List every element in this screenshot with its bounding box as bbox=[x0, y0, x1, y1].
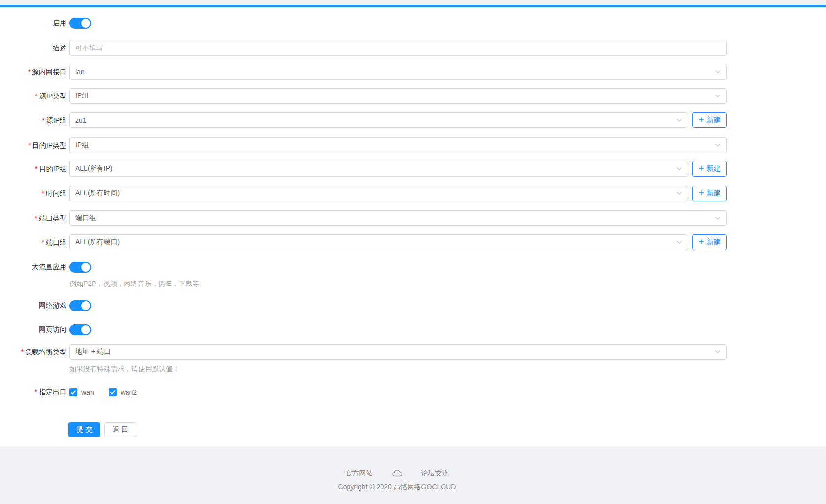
port-group-label: *端口组 bbox=[0, 234, 69, 250]
wan-checkbox[interactable]: wan bbox=[69, 386, 94, 398]
port-group-select[interactable]: ALL(所有端口) bbox=[69, 234, 688, 250]
lb-type-group: *负载均衡类型 地址 + 端口 如果没有特殊需求，请使用默认值！ bbox=[0, 344, 826, 374]
enable-label: 启用 bbox=[0, 17, 69, 29]
dst-ip-type-row: *目的IP类型 IP组 bbox=[0, 137, 826, 153]
web-access-toggle[interactable] bbox=[69, 324, 91, 335]
required-marker: * bbox=[42, 189, 44, 197]
src-ip-type-label: *源IP类型 bbox=[0, 88, 69, 104]
src-ip-type-select[interactable]: IP组 bbox=[69, 88, 727, 104]
forum-link[interactable]: 论坛交流 bbox=[421, 469, 449, 478]
submit-button[interactable]: 提 交 bbox=[68, 422, 100, 437]
chevron-down-icon bbox=[676, 167, 682, 171]
network-game-toggle[interactable] bbox=[69, 300, 91, 311]
select-value: ALL(所有IP) bbox=[75, 164, 112, 173]
select-value: ALL(所有时间) bbox=[75, 189, 120, 198]
network-game-row: 网络游戏 bbox=[0, 300, 826, 311]
lb-type-hint: 如果没有特殊需求，请使用默认值！ bbox=[69, 365, 826, 374]
heavy-traffic-group: 大流量应用 例如P2P，视频，网络音乐，伪IE，下载等 bbox=[0, 261, 826, 288]
time-group-new-button[interactable]: 新建 bbox=[692, 186, 727, 201]
time-group-label: *时间组 bbox=[0, 186, 69, 201]
port-group-new-button[interactable]: 新建 bbox=[692, 234, 727, 250]
chevron-down-icon bbox=[676, 118, 682, 122]
checkbox-checked-icon bbox=[109, 388, 117, 396]
enable-toggle[interactable] bbox=[69, 18, 91, 29]
src-interface-label: *源内网接口 bbox=[0, 64, 69, 80]
plus-icon bbox=[699, 116, 704, 124]
description-row: 描述 bbox=[0, 40, 826, 56]
copyright: Copyright © 2020 高恪网络GOCLOUD bbox=[0, 483, 794, 492]
lb-type-row: *负载均衡类型 地址 + 端口 bbox=[0, 344, 826, 360]
select-value: IP组 bbox=[75, 141, 89, 150]
src-ip-type-row: *源IP类型 IP组 bbox=[0, 88, 826, 104]
web-access-label: 网页访问 bbox=[0, 324, 69, 335]
chevron-down-icon bbox=[676, 240, 682, 244]
top-strip bbox=[0, 0, 826, 5]
src-ip-group-row: *源IP组 zu1 新建 bbox=[0, 112, 826, 128]
toggle-knob bbox=[81, 325, 90, 334]
toggle-knob bbox=[81, 263, 90, 272]
back-button[interactable]: 返 回 bbox=[104, 422, 136, 437]
required-marker: * bbox=[35, 92, 37, 100]
select-value: lan bbox=[75, 68, 85, 76]
src-ip-group-select[interactable]: zu1 bbox=[69, 112, 688, 128]
port-type-select[interactable]: 端口组 bbox=[69, 210, 727, 226]
port-group-row: *端口组 ALL(所有端口) 新建 bbox=[0, 234, 826, 250]
chevron-down-icon bbox=[715, 350, 721, 354]
select-value: ALL(所有端口) bbox=[75, 238, 120, 247]
dst-ip-group-label: *目的IP组 bbox=[0, 161, 69, 177]
out-interface-label: *指定出口 bbox=[0, 386, 69, 398]
select-value: IP组 bbox=[75, 92, 89, 100]
checkbox-checked-icon bbox=[69, 388, 77, 396]
src-interface-row: *源内网接口 lan bbox=[0, 64, 826, 80]
required-marker: * bbox=[21, 348, 24, 356]
chevron-down-icon bbox=[676, 191, 682, 195]
official-website-link[interactable]: 官方网站 bbox=[346, 469, 373, 478]
required-marker: * bbox=[35, 214, 37, 222]
dst-ip-group-new-button[interactable]: 新建 bbox=[692, 161, 727, 177]
dst-ip-group-select[interactable]: ALL(所有IP) bbox=[69, 161, 688, 177]
select-value: zu1 bbox=[75, 116, 87, 124]
checkbox-label: wan bbox=[81, 388, 94, 396]
dst-ip-type-select[interactable]: IP组 bbox=[69, 137, 727, 153]
cloud-icon[interactable] bbox=[392, 470, 403, 477]
heavy-traffic-label: 大流量应用 bbox=[0, 261, 69, 273]
toggle-knob bbox=[81, 19, 90, 28]
src-ip-group-label: *源IP组 bbox=[0, 112, 69, 128]
chevron-down-icon bbox=[715, 216, 721, 220]
description-input[interactable] bbox=[69, 40, 727, 56]
footer-links: 官方网站 论坛交流 bbox=[346, 469, 449, 478]
chevron-down-icon bbox=[715, 94, 721, 98]
src-interface-select[interactable]: lan bbox=[69, 64, 727, 80]
dst-ip-type-label: *目的IP类型 bbox=[0, 137, 69, 153]
required-marker: * bbox=[28, 68, 31, 76]
checkbox-label: wan2 bbox=[121, 388, 137, 396]
description-label: 描述 bbox=[0, 40, 69, 56]
enable-row: 启用 bbox=[0, 17, 826, 29]
select-value: 地址 + 端口 bbox=[75, 347, 111, 356]
port-type-label: *端口类型 bbox=[0, 210, 69, 226]
required-marker: * bbox=[35, 388, 37, 396]
port-type-row: *端口类型 端口组 bbox=[0, 210, 826, 226]
required-marker: * bbox=[42, 116, 44, 124]
heavy-traffic-hint: 例如P2P，视频，网络音乐，伪IE，下载等 bbox=[69, 280, 826, 288]
dst-ip-group-row: *目的IP组 ALL(所有IP) 新建 bbox=[0, 161, 826, 177]
footer: 官方网站 论坛交流 Copyright © 2020 高恪网络GOCLOUD bbox=[0, 446, 826, 504]
lb-type-select[interactable]: 地址 + 端口 bbox=[69, 344, 727, 360]
time-group-row: *时间组 ALL(所有时间) 新建 bbox=[0, 186, 826, 201]
wan2-checkbox[interactable]: wan2 bbox=[109, 386, 137, 398]
chevron-down-icon bbox=[715, 143, 721, 147]
required-marker: * bbox=[42, 238, 44, 246]
web-access-row: 网页访问 bbox=[0, 324, 826, 335]
heavy-traffic-toggle[interactable] bbox=[69, 262, 91, 273]
plus-icon bbox=[699, 165, 704, 173]
plus-icon bbox=[699, 238, 704, 246]
select-value: 端口组 bbox=[75, 214, 96, 222]
required-marker: * bbox=[28, 141, 31, 149]
time-group-select[interactable]: ALL(所有时间) bbox=[69, 186, 688, 201]
toggle-knob bbox=[81, 301, 90, 310]
src-ip-group-new-button[interactable]: 新建 bbox=[692, 112, 727, 128]
heavy-traffic-row: 大流量应用 bbox=[0, 261, 826, 273]
network-game-label: 网络游戏 bbox=[0, 300, 69, 311]
plus-icon bbox=[699, 189, 704, 197]
policy-form: 启用 描述 *源内网接口 lan *源IP类型 IP组 bbox=[0, 7, 826, 446]
